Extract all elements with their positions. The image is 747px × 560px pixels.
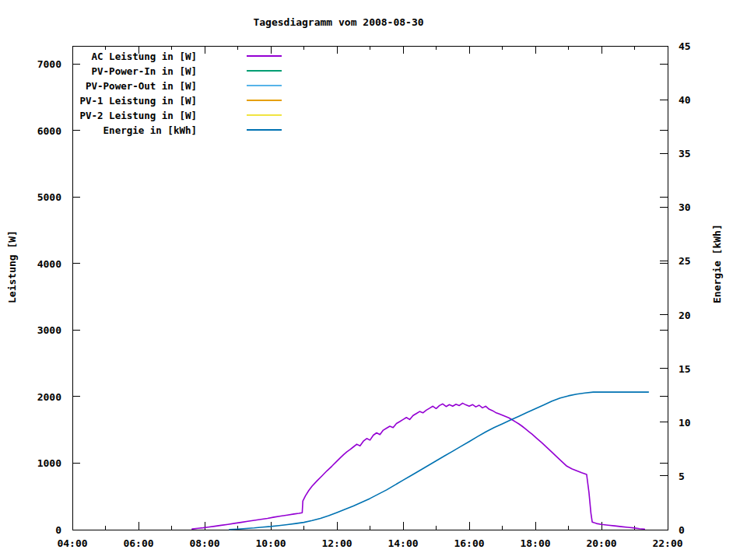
y-right-tick-label: 45 [679, 40, 691, 52]
y-right-tick-label: 5 [679, 471, 685, 482]
y-left-tick-label: 1000 [37, 457, 61, 469]
legend-line-swatch [247, 70, 282, 72]
curve-energie-in-kwh [230, 392, 649, 530]
y-right-tick-label: 15 [679, 363, 691, 375]
x-tick-label: 22:00 [652, 537, 682, 549]
y-left-tick-label: 2000 [37, 391, 61, 403]
legend-item: PV-Power-Out in [W] [18, 79, 197, 93]
legend-item: PV-1 Leistung in [W] [18, 93, 197, 107]
legend-item: PV-2 Leistung in [W] [18, 108, 197, 122]
x-tick-label: 16:00 [454, 537, 484, 549]
x-tick-label: 14:00 [388, 537, 418, 549]
y-right-tick-label: 20 [679, 310, 691, 321]
legend-label: PV-Power-Out in [W] [18, 79, 197, 93]
legend-label: PV-2 Leistung in [W] [18, 109, 197, 123]
y-right-tick-label: 0 [679, 524, 685, 536]
x-tick-label: 06:00 [123, 537, 153, 549]
x-tick-label: 04:00 [57, 537, 87, 549]
x-tick-label: 18:00 [520, 537, 550, 549]
legend-line-swatch [247, 55, 282, 57]
legend-item: AC Leistung in [W] [18, 49, 197, 63]
y-right-tick-label: 35 [679, 148, 691, 159]
legend-line-swatch [247, 129, 282, 131]
y-left-tick-label: 4000 [37, 258, 61, 270]
y-left-tick-label: 3000 [37, 324, 61, 336]
legend-label: PV-1 Leistung in [W] [18, 94, 197, 108]
x-tick-label: 12:00 [321, 537, 352, 549]
curve-ac-leistung-in-w [192, 403, 644, 529]
y-right-tick-label: 25 [679, 255, 691, 267]
legend-item: Energie in [kWh] [18, 123, 197, 137]
chart-canvas: Tagesdiagramm vom 2008-08-30 Leistung [W… [0, 0, 747, 560]
legend-line-swatch [247, 85, 282, 86]
y-right-tick-label: 40 [679, 94, 691, 106]
x-tick-label: 20:00 [586, 537, 616, 549]
legend-label: Energie in [kWh] [18, 124, 197, 138]
y-left-tick-label: 5000 [37, 191, 61, 203]
legend-line-swatch [247, 114, 282, 116]
legend-label: AC Leistung in [W] [18, 50, 197, 64]
y-right-tick-label: 30 [679, 201, 691, 213]
legend-label: PV-Power-In in [W] [18, 65, 197, 79]
y-left-tick-label: 0 [55, 524, 61, 536]
y-right-tick-label: 10 [679, 417, 691, 429]
x-tick-label: 08:00 [189, 537, 219, 549]
x-tick-label: 10:00 [255, 537, 286, 549]
legend-line-swatch [247, 100, 282, 101]
legend-item: PV-Power-In in [W] [18, 64, 197, 78]
